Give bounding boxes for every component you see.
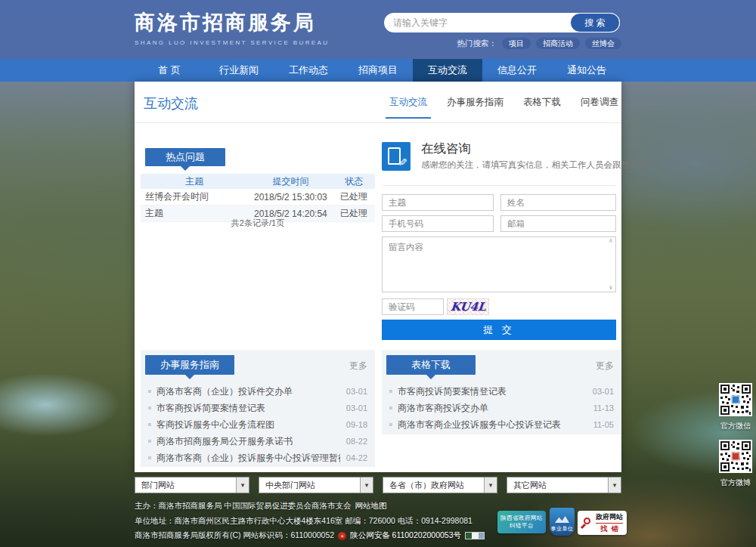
captcha-text: KU4L [450,300,486,314]
consult-title: 在线咨询 [421,141,471,157]
list-item[interactable]: 商洛市客商投诉交办单 11-13 [382,400,621,416]
item-bullet [148,423,151,426]
subtabs: 互动交流 办事服务指南 表格下载 问卷调查 [389,82,618,123]
submit-button[interactable]: 提 交 [382,320,616,340]
select-label: 部门网站 [135,480,236,491]
weibo-icon [732,453,740,461]
search-input[interactable] [384,13,570,32]
select-province-sites[interactable]: 各省（市）政府网站 ▾ [383,477,497,493]
mountain-icon [555,516,569,523]
name-field[interactable] [500,194,616,211]
nav-item-work-updates[interactable]: 工作动态 [274,59,343,82]
email-field[interactable] [500,215,616,232]
logo-title: 商洛市招商服务局 [135,9,330,36]
service-guide-list: 商洛市客商（企业）投诉件交办单 03-01 市客商投诉简要案情登记表 03-01… [141,383,375,466]
topic-field[interactable] [382,194,494,211]
site-logo[interactable]: 商洛市招商服务局 SHANG LUO INVESTMENT SERVICE BU… [135,9,330,46]
hot-search-tag-project[interactable]: 项目 [502,38,531,49]
list-item[interactable]: 商洛市招商服务局公开服务承诺书 08-22 [141,433,375,450]
nav-item-interaction[interactable]: 互动交流 [413,59,482,82]
list-item[interactable]: 市客商投诉简要案情登记表 03-01 [382,383,621,400]
badge-text: 纠错平台 [510,523,534,529]
list-item[interactable]: 市客商投诉简要案情登记表 03-01 [141,400,375,416]
gov-site-error-report-badge[interactable]: 政府网站 找错 [578,511,627,535]
hot-topics-title-badge: 热点问题 [145,148,225,166]
site-header: 商洛市招商服务局 SHANG LUO INVESTMENT SERVICE BU… [0,0,756,59]
item-bullet [148,390,151,393]
list-item[interactable]: 商洛市客商企业投诉服务中心投诉登记表 11-05 [382,416,621,433]
hot-search-tag-expo[interactable]: 丝博会 [585,38,621,49]
badge-text: 找错 [596,524,623,534]
page-title: 互动交流 [144,94,198,113]
consult-subtitle: 感谢您的关注，请填写真实信息，相关工作人员会跟您联系！ [421,159,656,171]
subtab-service-guide[interactable]: 办事服务指南 [447,96,503,109]
item-text: 市客商投诉简要案情登记表 [156,402,340,415]
wechat-qr-label: 官方微信 [717,421,754,431]
weibo-qr-label: 官方微博 [717,477,754,488]
error-correction-platform-badge[interactable]: 陕西省政府网站 纠错平台 [497,511,546,533]
nav-item-investment-projects[interactable]: 招商项目 [343,59,413,82]
public-institution-badge[interactable]: 事业单位 [550,508,575,536]
qr-code-widget: 官方微信 官方微博 [717,383,754,496]
chevron-down-icon: ▾ [236,477,249,493]
phone-field[interactable] [382,215,494,232]
select-other-sites[interactable]: 其它网站 ▾ [507,477,621,493]
badge-text-block: 政府网站 找错 [596,512,623,534]
footer-copyright-text: 商洛市招商服务局版权所有(C) 网站标识码：6110000052 [135,530,334,541]
consult-divider [382,185,616,186]
captcha-field[interactable] [382,298,444,315]
logo-subtitle: SHANG LUO INVESTMENT SERVICE BUREAU [135,39,330,46]
nav-item-home[interactable]: 首 页 [135,59,204,82]
subtab-questionnaire[interactable]: 问卷调查 [581,96,618,109]
subtab-form-download[interactable]: 表格下载 [523,96,561,109]
service-guide-title-badge: 办事服务指南 [145,355,234,375]
nav-item-industry-news[interactable]: 行业新闻 [204,59,274,82]
item-date: 03-01 [346,403,367,413]
select-label: 中央部门网站 [259,480,360,491]
site-stats-badge[interactable] [465,532,485,539]
select-central-sites[interactable]: 中央部门网站 ▾ [259,477,373,493]
subtab-interaction[interactable]: 互动交流 [389,96,427,109]
list-item[interactable]: 商洛市客商（企业）投诉件交办单 03-01 [141,383,375,400]
wechat-icon [732,396,740,404]
form-download-title-badge: 表格下载 [386,355,476,375]
form-download-more-link[interactable]: 更多 [596,360,614,372]
item-bullet [148,406,151,409]
chevron-down-icon: ▾ [360,477,373,493]
list-item[interactable]: 客商投诉服务中心业务流程图 09-18 [141,416,375,433]
nav-item-notices[interactable]: 通知公告 [552,59,621,82]
item-bullet [389,390,392,393]
site-footer: 主办：商洛市招商服务局 中国国际贸易促进委员会商洛市支会 网站地图 单位地址：商… [135,501,490,545]
wechat-qr-code [719,383,752,416]
form-download-panel: 表格下载 更多 市客商投诉简要案情登记表 03-01 商洛市客商投诉交办单 11… [382,350,621,434]
item-bullet [389,406,392,409]
magnifier-icon [581,518,593,529]
national-emblem-icon: ★ [338,532,346,540]
scroll-down-icon[interactable]: ∨ [609,284,613,292]
select-department-sites[interactable]: 部门网站 ▾ [135,477,249,493]
footer-address-text: 单位地址：商洛市商州区民主路市行政中心大楼4楼东416室 邮编：726000 电… [135,516,472,527]
badge-text: 事业单位 [551,525,574,533]
list-item[interactable]: 商洛市客商（企业）投诉服务中心投诉管理暂行规 04-22 [141,450,375,466]
scroll-up-icon[interactable]: ∧ [609,237,613,245]
search-button[interactable]: 搜 索 [570,13,620,32]
item-date: 03-01 [593,387,614,396]
police-record-link[interactable]: 陕公网安备 61100202000053号 [350,530,461,541]
row-topic: 丝博会开会时间 [141,190,249,203]
table-row[interactable]: 丝博会开会时间 2018/5/2 15:30:03 已处理 [141,189,375,206]
section-subbar: 互动交流 互动交流 办事服务指南 表格下载 问卷调查 [135,82,621,123]
sitemap-link[interactable]: 网站地图 [355,501,386,511]
hot-topics-table: 主题 提交时间 状态 丝博会开会时间 2018/5/2 15:30:03 已处理… [141,174,375,222]
item-text: 商洛市招商服务局公开服务承诺书 [156,435,340,448]
message-field[interactable] [382,236,616,292]
item-text: 商洛市客商企业投诉服务中心投诉登记表 [398,419,587,431]
row-time: 2018/5/2 15:30:03 [249,192,333,202]
pen-icon: ✎ [398,156,407,168]
nav-item-info-disclosure[interactable]: 信息公开 [482,59,552,82]
weibo-qr-code [719,440,752,473]
service-guide-more-link[interactable]: 更多 [349,360,367,372]
captcha-image[interactable]: KU4L [447,298,489,315]
main-nav: 首 页 行业新闻 工作动态 招商项目 互动交流 信息公开 通知公告 [0,59,756,82]
hot-search-tag-activity[interactable]: 招商活动 [536,38,580,49]
form-download-list: 市客商投诉简要案情登记表 03-01 商洛市客商投诉交办单 11-13 商洛市客… [382,383,621,433]
